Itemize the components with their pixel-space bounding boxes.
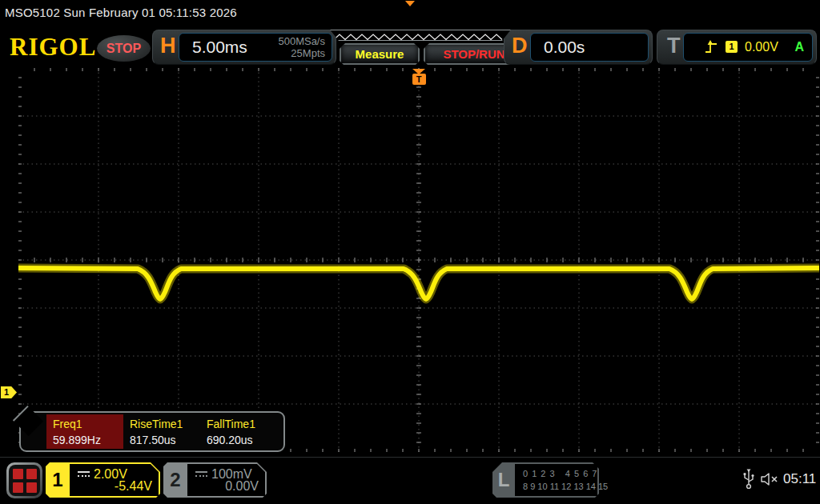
logic-values: 0 1 2 3 4 5 6 7 8 9 10 11 12 13 14 15	[515, 464, 597, 496]
trigger-sweep-mode: A	[794, 40, 804, 54]
acquisition-status-badge: STOP	[97, 35, 151, 62]
channel-2-offset: 0.00V	[225, 479, 259, 494]
graticule	[18, 68, 819, 452]
rigol-logo: RIGOL	[10, 33, 96, 62]
logic-channels-status[interactable]: L 0 1 2 3 4 5 6 7 8 9 10 11 12 13 14 15	[492, 462, 599, 498]
horizontal-inner: 5.00ms 500MSa/s 25Mpts	[179, 33, 332, 62]
measurement-item-risetime1[interactable]: RiseTime1 817.50us	[123, 414, 200, 449]
speaker-muted-icon[interactable]	[759, 471, 780, 487]
horizontal-settings-box[interactable]: H 5.00ms 500MSa/s 25Mpts	[152, 30, 336, 65]
memory-depth: 25Mpts	[278, 47, 325, 59]
trigger-position-label: T	[412, 74, 426, 85]
app-menu-button[interactable]	[6, 462, 42, 498]
trigger-level-value: 0.00V	[745, 40, 778, 54]
memory-position-marker[interactable]	[405, 1, 415, 6]
delay-settings-box[interactable]: D 0.00s	[504, 30, 653, 65]
channel-1-values: 2.00V -5.44V	[70, 464, 159, 496]
measurement-label: Freq1	[53, 418, 82, 430]
measurement-value: 690.20us	[207, 434, 253, 446]
channel-1-offset: -5.44V	[115, 479, 152, 494]
clock: 05:11	[783, 471, 816, 487]
trigger-position-marker[interactable]: T	[412, 69, 426, 85]
rising-edge-icon	[705, 39, 718, 55]
sample-rate-memory: 500MSa/s 25Mpts	[278, 35, 325, 59]
bottom-separator	[0, 457, 820, 458]
logic-row-8-15: 8 9 10 11 12 13 14 15	[523, 482, 608, 491]
delay-inner: 0.00s	[530, 33, 649, 62]
sample-rate: 500MSa/s	[278, 35, 325, 47]
trigger-inner: 1 0.00V A	[683, 33, 813, 62]
memory-preview-strip[interactable]	[330, 30, 511, 41]
trigger-source-badge: 1	[726, 41, 738, 53]
dc-coupling-icon	[78, 471, 90, 478]
dc-coupling-icon	[195, 471, 207, 478]
measurement-value: 59.899Hz	[53, 434, 101, 446]
oscilloscope-screen: MSO5102 Sun February 01 05:11:53 2026 RI…	[0, 0, 820, 504]
measurement-item-freq1[interactable]: Freq1 59.899Hz	[46, 414, 123, 449]
measurement-label: FallTime1	[207, 418, 255, 430]
logic-label: L	[492, 462, 515, 498]
measurement-panel[interactable]: Freq1 59.899Hz RiseTime1 817.50us FallTi…	[19, 411, 285, 452]
channel-1-number: 1	[46, 462, 70, 498]
measurement-value: 817.50us	[130, 434, 176, 446]
usb-icon	[742, 467, 755, 490]
channel-2-values: 100mV 0.00V	[187, 464, 265, 496]
trigger-label: T	[667, 34, 681, 58]
channel-2-number: 2	[163, 462, 187, 498]
channel-1-status[interactable]: 1 2.00V -5.44V	[46, 462, 160, 498]
timebase-value: 5.00ms	[192, 38, 247, 57]
logic-row-0-7: 0 1 2 3 4 5 6 7	[523, 469, 597, 478]
horizontal-label: H	[160, 34, 176, 58]
model-and-datetime: MSO5102 Sun February 01 05:11:53 2026	[5, 6, 237, 19]
measure-button[interactable]: Measure	[340, 43, 420, 65]
measurement-item-falltime1[interactable]: FallTime1 690.20us	[200, 414, 277, 449]
channel-2-status[interactable]: 2 100mV 0.00V	[163, 462, 267, 498]
delay-value: 0.00s	[544, 38, 585, 57]
app-grid-icon	[9, 465, 40, 496]
memory-waveform-thumbnail	[331, 32, 510, 42]
ch1-offset-marker[interactable]: 1	[1, 386, 17, 398]
measurement-label: RiseTime1	[130, 418, 183, 430]
delay-label: D	[512, 34, 528, 58]
trigger-settings-box[interactable]: T 1 0.00V A	[657, 30, 817, 65]
